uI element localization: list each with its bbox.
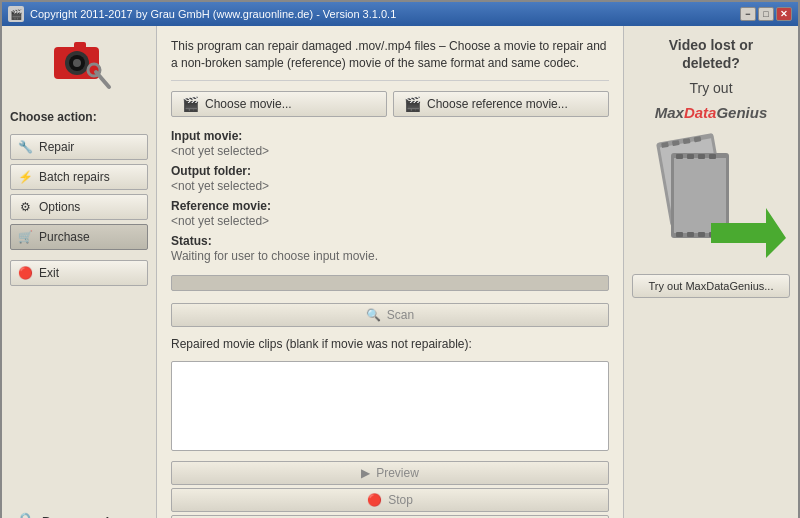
reference-movie-value: <not yet selected> [171, 214, 609, 228]
info-text: This program can repair damaged .mov/.mp… [171, 38, 609, 81]
svg-rect-21 [698, 154, 705, 159]
minimize-button[interactable]: − [740, 7, 756, 21]
stop-icon: 🔴 [367, 493, 382, 507]
main-window: 🎬 Copyright 2011-2017 by Grau GmbH (www.… [0, 0, 800, 518]
reference-icon: 🎬 [404, 96, 421, 112]
choose-reference-label: Choose reference movie... [427, 97, 568, 111]
reference-movie-section: Reference movie: <not yet selected> [171, 199, 609, 228]
batch-repairs-label: Batch repairs [39, 170, 110, 184]
choose-reference-button[interactable]: 🎬 Choose reference movie... [393, 91, 609, 117]
svg-rect-20 [687, 154, 694, 159]
brand-name: MaxDataGenius [655, 104, 768, 121]
choose-action-label: Choose action: [10, 110, 148, 124]
scan-label: Scan [387, 308, 414, 322]
status-section: Status: Waiting for user to choose input… [171, 234, 609, 263]
main-panel: This program can repair damaged .mov/.mp… [157, 26, 623, 518]
repair-button[interactable]: 🔧 Repair [10, 134, 148, 160]
status-value: Waiting for user to choose input movie. [171, 249, 609, 263]
stop-button[interactable]: 🔴 Stop [171, 488, 609, 512]
output-folder-section: Output folder: <not yet selected> [171, 164, 609, 193]
repaired-clips-box [171, 361, 609, 451]
purchase-button[interactable]: 🛒 Purchase [10, 224, 148, 250]
demo-mode-label: Demo mode [42, 514, 116, 518]
preview-button[interactable]: ▶ Preview [171, 461, 609, 485]
content-area: Choose action: 🔧 Repair ⚡ Batch repairs … [2, 26, 798, 518]
status-label: Status: [171, 234, 609, 248]
batch-icon: ⚡ [17, 169, 33, 185]
exit-label: Exit [39, 266, 59, 280]
lock-icon: 🔒 [14, 511, 36, 518]
maximize-button[interactable]: □ [758, 7, 774, 21]
brand-data: Data [684, 104, 717, 121]
input-movie-label: Input movie: [171, 129, 609, 143]
repair-icon: 🔧 [17, 139, 33, 155]
output-folder-value: <not yet selected> [171, 179, 609, 193]
svg-point-3 [73, 59, 81, 67]
stop-label: Stop [388, 493, 413, 507]
logo-area [10, 36, 148, 96]
brand-max: Max [655, 104, 684, 121]
play-icon: ▶ [361, 466, 370, 480]
batch-repairs-button[interactable]: ⚡ Batch repairs [10, 164, 148, 190]
svg-rect-24 [687, 232, 694, 237]
title-bar-left: 🎬 Copyright 2011-2017 by Grau GmbH (www.… [8, 6, 396, 22]
input-movie-value: <not yet selected> [171, 144, 609, 158]
exit-button[interactable]: 🔴 Exit [10, 260, 148, 286]
exit-icon: 🔴 [17, 265, 33, 281]
options-label: Options [39, 200, 80, 214]
sidebar: Choose action: 🔧 Repair ⚡ Batch repairs … [2, 26, 157, 518]
choose-buttons-row: 🎬 Choose movie... 🎬 Choose reference mov… [171, 91, 609, 117]
svg-rect-25 [698, 232, 705, 237]
movie-icon: 🎬 [182, 96, 199, 112]
search-icon: 🔍 [366, 308, 381, 322]
choose-movie-label: Choose movie... [205, 97, 292, 111]
progress-bar-container [171, 275, 609, 291]
preview-label: Preview [376, 466, 419, 480]
try-maxdatagenius-button[interactable]: Try out MaxDataGenius... [632, 274, 790, 298]
options-icon: ⚙ [17, 199, 33, 215]
fields-grid: Input movie: <not yet selected> Output f… [171, 127, 609, 263]
title-bar: 🎬 Copyright 2011-2017 by Grau GmbH (www.… [2, 2, 798, 26]
try-btn-label: Try out MaxDataGenius... [649, 280, 774, 292]
window-title: Copyright 2011-2017 by Grau GmbH (www.gr… [30, 8, 396, 20]
svg-rect-4 [74, 42, 86, 50]
scan-button[interactable]: 🔍 Scan [171, 303, 609, 327]
repair-label: Repair [39, 140, 74, 154]
app-icon: 🎬 [8, 6, 24, 22]
title-bar-controls: − □ ✕ [740, 7, 792, 21]
input-movie-section: Input movie: <not yet selected> [171, 129, 609, 158]
repaired-label: Repaired movie clips (blank if movie was… [171, 337, 609, 351]
try-out-text: Try out [689, 80, 732, 96]
action-buttons: ▶ Preview 🔴 Stop ℹ Open repair report [171, 461, 609, 518]
brand-genius: Genius [716, 104, 767, 121]
film-graphic [636, 133, 786, 266]
purchase-label: Purchase [39, 230, 90, 244]
close-button[interactable]: ✕ [776, 7, 792, 21]
demo-mode-area: 🔒 Demo mode [10, 503, 148, 518]
svg-rect-19 [676, 154, 683, 159]
svg-rect-23 [676, 232, 683, 237]
choose-movie-button[interactable]: 🎬 Choose movie... [171, 91, 387, 117]
reference-movie-label: Reference movie: [171, 199, 609, 213]
svg-rect-18 [674, 158, 726, 233]
purchase-icon: 🛒 [17, 229, 33, 245]
app-logo-icon [44, 32, 114, 101]
right-panel: Video lost or deleted? Try out MaxDataGe… [623, 26, 798, 518]
open-report-button[interactable]: ℹ Open repair report [171, 515, 609, 518]
ad-line1: Video lost or deleted? [669, 36, 754, 72]
svg-rect-22 [709, 154, 716, 159]
options-button[interactable]: ⚙ Options [10, 194, 148, 220]
output-folder-label: Output folder: [171, 164, 609, 178]
